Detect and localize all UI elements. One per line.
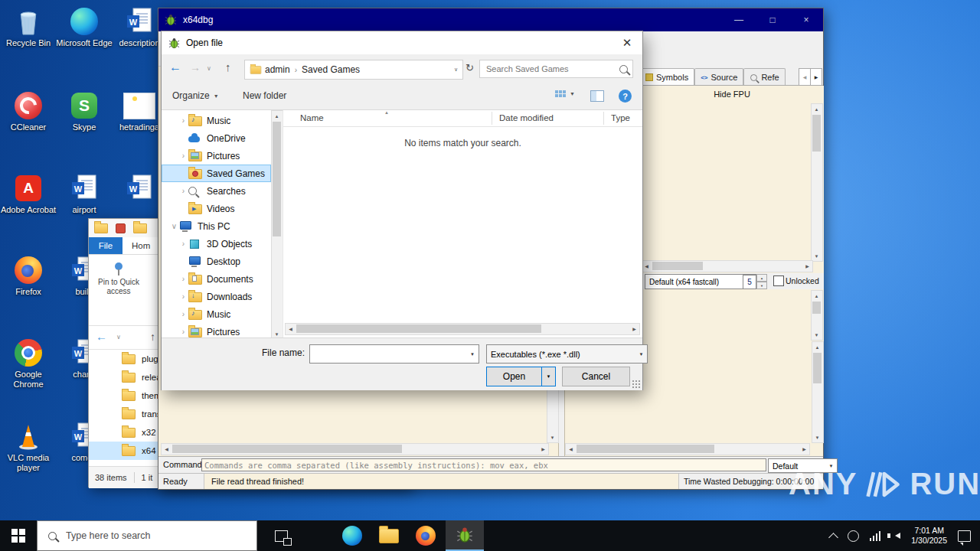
chevron-icon[interactable]: › [178, 275, 188, 283]
desktop-icon-skype[interactable]: Skype [56, 90, 113, 132]
back-icon[interactable]: ← [96, 330, 107, 343]
spinner-arrows-icon[interactable]: ▲▼ [756, 274, 767, 289]
hide-fpu-button[interactable]: Hide FPU [639, 86, 824, 103]
desktop-icon-google-chrome[interactable]: Google Chrome [0, 337, 57, 390]
history-dropdown-icon[interactable]: ∨ [116, 334, 121, 341]
x64dbg-titlebar[interactable]: x64dbg — □ × [158, 8, 823, 31]
tree-vscrollbar[interactable]: ▲▼ [271, 110, 283, 340]
open-button[interactable]: Open ▼ [486, 367, 556, 386]
list-hscrollbar[interactable]: ◀▶ [285, 323, 640, 335]
taskbar-x64dbg-button[interactable] [446, 520, 484, 551]
minimize-button[interactable]: — [722, 8, 756, 31]
view-mode-button[interactable]: ▼ [555, 90, 575, 97]
tree-item-onedrive[interactable]: OneDrive [162, 129, 271, 147]
taskbar-search-input[interactable] [64, 530, 256, 542]
dropdown-arrow-icon[interactable]: ▼ [466, 352, 479, 357]
tree-item-music-pc[interactable]: › ♪ Music [162, 305, 271, 323]
stack-depth-spinner[interactable]: 5 ▲▼ [743, 274, 767, 289]
up-icon[interactable]: ↑ [150, 331, 155, 343]
chevron-icon[interactable]: › [178, 152, 188, 160]
open-split-arrow-icon[interactable]: ▼ [541, 367, 555, 386]
arguments-vscrollbar[interactable]: ▲▼ [811, 290, 823, 341]
chevron-icon[interactable]: › [178, 187, 188, 195]
tray-expand-icon[interactable] [828, 533, 838, 543]
calling-convention-select[interactable]: Default (x64 fastcall) ▼ [645, 274, 759, 289]
chevron-icon[interactable]: › [178, 328, 188, 336]
tab-symbols[interactable]: Symbols [639, 68, 694, 86]
tree-item-documents[interactable]: › Documents [162, 270, 271, 288]
refresh-icon[interactable]: ↻ [466, 63, 474, 73]
desktop-icon-firefox[interactable]: Firefox [0, 255, 57, 297]
volume-icon[interactable] [895, 533, 900, 539]
stack-vscrollbar[interactable]: ▲▼ [812, 341, 824, 443]
tab-source[interactable]: <> Source [694, 68, 743, 86]
action-center-icon[interactable] [958, 530, 971, 542]
tab-scroll-right-button[interactable]: ▶ [810, 68, 822, 86]
desktop-icon-vlc[interactable]: VLC media player [0, 421, 57, 473]
tree-item-searches[interactable]: › Searches [162, 182, 271, 200]
stack-hscrollbar[interactable]: ◀▶ [565, 443, 810, 455]
registers-vscrollbar[interactable]: ▲▼ [811, 103, 823, 262]
tree-item-desktop[interactable]: Desktop [162, 253, 271, 270]
preview-pane-button[interactable] [590, 90, 604, 102]
tree-item-music[interactable]: › ♪ Music [162, 112, 271, 129]
taskbar-clock[interactable]: 7:01 AM 1/30/2025 [911, 526, 947, 546]
history-dropdown-icon[interactable]: ∨ [207, 66, 211, 72]
help-button[interactable]: ? [619, 90, 632, 103]
tree-item-pictures[interactable]: › Pictures [162, 147, 271, 165]
command-input[interactable] [201, 458, 766, 471]
tab-references[interactable]: Refe [743, 68, 785, 86]
chevron-icon[interactable]: › [178, 292, 188, 301]
network-icon[interactable] [848, 530, 859, 542]
column-divider[interactable] [492, 112, 492, 125]
taskbar-file-explorer-button[interactable] [372, 520, 406, 551]
column-date-modified[interactable]: Date modified [499, 113, 554, 122]
tree-item-videos[interactable]: ▶ Videos [162, 200, 271, 217]
chevron-icon[interactable]: › [178, 240, 188, 248]
taskbar-edge-button[interactable] [335, 520, 369, 551]
desktop-icon-adobe-acrobat[interactable]: Adobe Acrobat [0, 173, 57, 215]
breadcrumb-user[interactable]: admin [263, 64, 292, 75]
dump-hscrollbar[interactable]: ◀▶ [161, 443, 549, 455]
desktop-icon-airport[interactable]: W airport [56, 173, 113, 215]
search-box[interactable] [479, 60, 633, 78]
file-name-input[interactable] [310, 349, 466, 360]
desktop-icon-microsoft-edge[interactable]: Microsoft Edge [56, 6, 113, 48]
organize-button[interactable]: Organize ▼ [172, 90, 219, 101]
address-bar[interactable]: admin › Saved Games ∨ [244, 60, 463, 80]
up-icon[interactable]: ↑ [225, 61, 231, 73]
close-button[interactable]: × [789, 8, 823, 31]
search-input[interactable] [485, 64, 619, 74]
address-dropdown-icon[interactable]: ∨ [454, 67, 462, 73]
maximize-button[interactable]: □ [756, 8, 789, 31]
registers-hscrollbar[interactable]: ◀▶ [641, 260, 813, 272]
tree-item-3d-objects[interactable]: › 3D Objects [162, 235, 271, 253]
tree-item-downloads[interactable]: › ↓ Downloads [162, 288, 271, 305]
resize-grip[interactable] [632, 380, 641, 389]
chevron-icon[interactable]: › [178, 310, 188, 318]
cancel-button[interactable]: Cancel [562, 367, 630, 386]
file-name-combobox[interactable]: ▼ [309, 344, 479, 364]
tab-file[interactable]: File [89, 237, 122, 254]
column-name[interactable]: Name [300, 113, 324, 122]
desktop-icon-ccleaner[interactable]: CCleaner [0, 90, 57, 132]
chevron-expanded-icon[interactable]: ∨ [169, 222, 179, 230]
unlocked-checkbox[interactable] [773, 276, 784, 286]
start-button[interactable] [0, 520, 37, 551]
taskbar-search[interactable] [37, 520, 257, 551]
chevron-icon[interactable]: › [178, 116, 188, 125]
tree-item-this-pc[interactable]: ∨ This PC [162, 217, 271, 235]
back-icon[interactable]: ← [169, 61, 181, 73]
taskbar-firefox-button[interactable] [409, 520, 443, 551]
tab-home[interactable]: Hom [122, 237, 159, 254]
column-divider[interactable] [603, 112, 604, 125]
column-type[interactable]: Type [611, 113, 630, 122]
dialog-close-button[interactable]: ✕ [612, 31, 642, 54]
new-folder-button[interactable]: New folder [243, 90, 286, 101]
signal-icon[interactable] [870, 531, 881, 541]
tab-scroll-left-button[interactable]: ◀ [799, 68, 811, 86]
dialog-titlebar[interactable]: Open file ✕ [162, 31, 642, 54]
file-type-select[interactable]: Executables (*.exe *.dll) ▼ [486, 344, 648, 364]
pin-to-quick-access-button[interactable]: Pin to Quick access [93, 259, 144, 321]
task-view-button[interactable] [265, 520, 297, 551]
